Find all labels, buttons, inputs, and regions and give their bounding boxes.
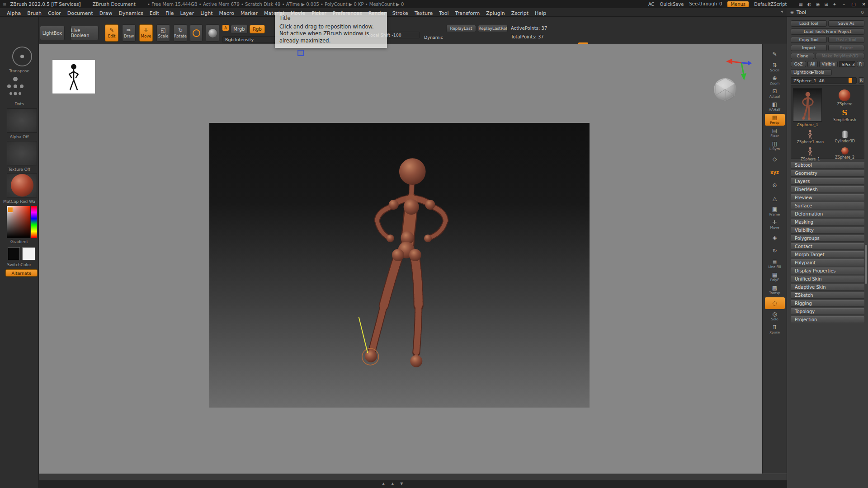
active-tool-thumb[interactable]: ZSphere_1 (793, 88, 822, 127)
tool-section-header[interactable]: Contact (791, 243, 864, 250)
right-shelf-button[interactable]: ↻ (765, 245, 785, 257)
clone-button[interactable]: Clone (791, 53, 814, 59)
dock-down-arrow[interactable]: ▼ (400, 482, 403, 486)
tool-section-header[interactable]: FiberMesh (791, 186, 864, 193)
maximize-button[interactable]: ▢ (851, 2, 855, 7)
secondary-color-swatch[interactable] (22, 247, 35, 260)
mode-button[interactable]: ◱ Scale (156, 24, 170, 42)
right-shelf-button[interactable]: ⇅ Scroll (765, 61, 785, 73)
titlebar-icon[interactable]: ◐ (807, 2, 811, 7)
right-shelf-button[interactable]: ▩ Transp (765, 284, 785, 296)
minimize-button[interactable]: – (843, 2, 845, 7)
recent-tool[interactable]: ZSphere1-man (793, 130, 828, 144)
save-as-button[interactable]: Save As (828, 20, 864, 27)
menus-button[interactable]: Menus (727, 1, 749, 7)
dock-up-arrow[interactable]: ▲ (391, 482, 394, 486)
titlebar-icon[interactable]: ◉ (816, 2, 820, 7)
alternate-button[interactable]: Alternate (5, 269, 38, 277)
tool-section-header[interactable]: Surface (791, 202, 864, 209)
replay-last-rel-button[interactable]: ReplayLastRel (478, 25, 508, 32)
tool-section-header[interactable]: Projection (791, 316, 864, 323)
goz-all-button[interactable]: All (807, 61, 818, 67)
dots-widget[interactable] (4, 75, 35, 99)
current-tool-slider[interactable]: ZSphere_1. 46 (791, 77, 857, 84)
current-tool-handle[interactable] (849, 78, 852, 83)
titlebar-icon[interactable]: ⊞ (824, 2, 828, 7)
load-tool-button[interactable]: Load Tool (791, 20, 827, 27)
tool-r-button[interactable]: R (858, 77, 864, 84)
recent-tool[interactable]: ZSphere (837, 89, 853, 106)
titlebar[interactable]: ≡ ZBrush 2022.0.5 [IT Services] ZBrush D… (0, 0, 868, 8)
lightbox-tools-button[interactable]: Lightbox▶Tools (791, 69, 832, 75)
mode-button[interactable]: ↻ Rotate (174, 24, 187, 42)
main-color-swatch[interactable] (8, 247, 20, 260)
tool-section-header[interactable]: Morph Target (791, 251, 864, 258)
lightbox-button[interactable]: LightBox (40, 26, 65, 40)
goz-r-button[interactable]: R (857, 61, 864, 67)
dynamic-label[interactable]: Dynamic (424, 35, 443, 40)
see-through-slider[interactable]: See-through 0 (689, 1, 722, 7)
goz-visible-button[interactable]: Visible (819, 61, 838, 67)
tool-section-header[interactable]: Adaptive Skin (791, 284, 864, 291)
spix-slider[interactable]: SPix 3 (839, 61, 855, 67)
right-shelf-button[interactable]: ◌ (765, 297, 785, 309)
right-shelf-button[interactable]: ✛ Move (765, 219, 785, 230)
tool-section-header[interactable]: Deformation (791, 211, 864, 217)
hue-strip[interactable] (31, 206, 37, 238)
document-canvas[interactable] (209, 123, 590, 408)
right-shelf-button[interactable]: xyz (765, 166, 785, 178)
quicksave-button[interactable]: QuickSave (660, 2, 684, 7)
right-shelf-button[interactable]: ▦ Persp (765, 114, 785, 126)
import-button[interactable]: Import (791, 45, 827, 51)
mode-button[interactable]: ✏ Draw (122, 24, 136, 42)
preview-sphere[interactable] (712, 77, 738, 102)
goz-button[interactable]: GoZ (791, 61, 806, 67)
tool-section-header[interactable]: Rigging (791, 300, 864, 307)
alpha-badge[interactable]: A (222, 25, 229, 31)
tool-section-header[interactable]: Polygroups (791, 235, 864, 242)
tool-panel-scrollbar[interactable] (865, 245, 867, 284)
tool-section-header[interactable]: Subtool (791, 162, 864, 169)
copy-tool-button[interactable]: Copy Tool (791, 37, 827, 43)
tray-dock-arrows[interactable]: ▲ ▲ ▼ (382, 482, 403, 486)
tool-refresh-icon[interactable]: ↻ (861, 10, 864, 15)
document-thumbnail[interactable] (52, 60, 95, 94)
titlebar-icon[interactable]: ✦ (833, 2, 836, 7)
right-shelf-button[interactable]: ◇ (765, 153, 785, 165)
load-tools-from-project-button[interactable]: Load Tools From Project (791, 28, 864, 35)
tool-section-header[interactable]: Display Properties (791, 267, 864, 274)
live-boolean-button[interactable]: Live Boolean (71, 26, 99, 40)
right-shelf-button[interactable]: ✎ (765, 48, 785, 60)
tool-section-header[interactable]: ZSketch (791, 292, 864, 299)
right-shelf-button[interactable]: ◫ L.Sym (765, 140, 785, 152)
right-shelf-button[interactable]: ⊕ Zoom (765, 75, 785, 86)
recent-tool[interactable]: ZSphere_1 (793, 147, 828, 161)
rgb-button[interactable]: Rgb (250, 25, 265, 33)
tool-section-header[interactable]: Visibility (791, 227, 864, 234)
titlebar-icon[interactable]: ▦ (798, 2, 802, 7)
recent-tool[interactable]: Cylinder3D (828, 130, 863, 144)
right-shelf-button[interactable]: ◎ Solo (765, 310, 785, 322)
matcap-thumbnail[interactable] (7, 173, 37, 197)
transpose-widget[interactable] (12, 47, 32, 66)
right-shelf-button[interactable]: ⊙ (765, 179, 785, 191)
tool-section-header[interactable]: Topology (791, 308, 864, 315)
default-zscript-button[interactable]: DefaultZScript (754, 2, 787, 7)
mode-button[interactable]: ✎ Edit (105, 24, 118, 42)
right-shelf-button[interactable]: ◧ AAHalf (765, 101, 785, 113)
tool-palette-header[interactable]: ◉ Tool ↻ (787, 8, 868, 17)
tool-section-header[interactable]: Geometry (791, 170, 864, 177)
tool-section-header[interactable]: Layers (791, 178, 864, 185)
right-shelf-button[interactable]: ⊡ Actual (765, 88, 785, 99)
close-button[interactable]: ✕ (862, 2, 866, 7)
right-shelf-button[interactable]: ▦ PolyF (765, 271, 785, 283)
right-shelf-button[interactable]: ▤ Floor (765, 127, 785, 139)
tool-section-header[interactable]: Masking (791, 219, 864, 225)
right-shelf-button[interactable]: △ (765, 192, 785, 204)
right-shelf-button[interactable]: ▣ Frame (765, 206, 785, 217)
tool-section-header[interactable]: Polypaint (791, 259, 864, 266)
draw-pointer-brush-button[interactable] (190, 24, 203, 42)
tool-section-header[interactable]: Preview (791, 194, 864, 201)
mode-button[interactable]: ✛ Move (139, 24, 153, 42)
alpha-thumbnail[interactable] (7, 108, 37, 133)
